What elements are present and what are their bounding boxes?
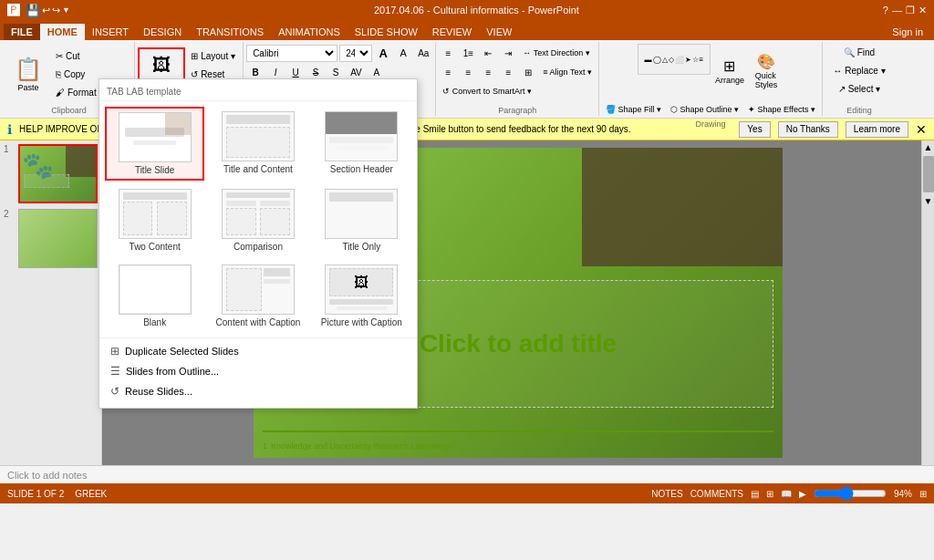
slideshow-btn[interactable]: ▶ (799, 489, 806, 499)
align-right-btn[interactable]: ≡ (479, 63, 497, 81)
paragraph-group-label: Paragraph (439, 105, 596, 116)
scroll-up-btn[interactable]: ▲ (922, 140, 934, 154)
layout-picture-caption[interactable]: 🖼 Picture with Caption (312, 260, 411, 332)
tab-design[interactable]: DESIGN (136, 24, 189, 40)
layout-two-content[interactable]: Two Content (105, 184, 204, 256)
learn-more-button[interactable]: Learn more (846, 121, 908, 138)
text-direction-btn[interactable]: ↔ Text Direction ▾ (519, 44, 593, 62)
align-center-btn[interactable]: ≡ (459, 63, 477, 81)
tab-insert[interactable]: INSERT (85, 24, 136, 40)
tab-file[interactable]: FILE (4, 24, 40, 40)
increase-indent-btn[interactable]: ⇥ (499, 44, 517, 62)
redo-quick-btn[interactable]: ↪ (52, 5, 60, 16)
dropdown-header: TAB LAB template (99, 83, 417, 101)
slide-2-thumb[interactable]: 2 (4, 209, 98, 268)
slide-2-preview[interactable] (18, 209, 98, 268)
normal-view-btn[interactable]: ▤ (751, 489, 759, 499)
layout-section-header[interactable]: Section Header (312, 107, 411, 181)
replace-icon: ↔ (833, 66, 842, 76)
shape-outline-btn[interactable]: ⬡ Shape Outline ▾ (667, 100, 742, 119)
duplicate-label: Duplicate Selected Slides (125, 346, 239, 357)
cut-button[interactable]: ✂ Cut (52, 47, 131, 65)
qa-customize-btn[interactable]: ▼ (62, 5, 70, 15)
tab-home[interactable]: HOME (40, 24, 85, 40)
notes-placeholder[interactable]: Click to add notes (7, 470, 87, 481)
help-btn[interactable]: ? (883, 5, 888, 16)
shapes-gallery[interactable]: ▬◯△◇ ⬜➤☆≡ (638, 44, 711, 75)
font-increase-btn[interactable]: A (374, 44, 392, 62)
layout-comparison[interactable]: Comparison (208, 184, 307, 256)
bullet-list-btn[interactable]: ≡ (439, 44, 457, 62)
font-family-select[interactable]: Calibri (246, 45, 337, 62)
align-left-btn[interactable]: ≡ (439, 63, 457, 81)
shape-effects-btn[interactable]: ✦ Shape Effects ▾ (744, 100, 819, 119)
layout-title-only[interactable]: Title Only (312, 184, 411, 256)
slide-1-preview[interactable]: 🐾 (18, 144, 98, 203)
find-button[interactable]: 🔍 Find (840, 44, 878, 61)
layout-blank-label: Blank (143, 317, 166, 327)
info-close-button[interactable]: ✕ (916, 122, 927, 137)
font-decrease-btn[interactable]: A (394, 44, 412, 62)
tab-animations[interactable]: ANIMATIONS (271, 24, 348, 40)
select-icon: ↗ (838, 84, 846, 94)
layout-button[interactable]: ⊞ Layout ▾ (187, 47, 240, 65)
outline-label: Slides from Outline... (126, 366, 219, 377)
app-icon: 🅿 (7, 3, 20, 17)
slide-info: SLIDE 1 OF 2 (7, 489, 64, 499)
layout-blank-thumb (119, 264, 192, 315)
font-size-select[interactable]: 24 (339, 45, 372, 62)
paste-button[interactable]: 📋 Paste (6, 47, 50, 102)
footer-text: Knowledge and Uncertainty Research Labor… (271, 441, 451, 451)
layout-title-slide-label: Title Slide (135, 165, 175, 175)
slide-sorter-btn[interactable]: ⊞ (766, 489, 773, 499)
close-btn[interactable]: ✕ (918, 5, 927, 16)
scroll-thumb[interactable] (923, 156, 934, 192)
layout-section-header-label: Section Header (330, 164, 393, 174)
language-label: GREEK (75, 489, 107, 499)
layout-content-caption[interactable]: Content with Caption (208, 260, 307, 332)
reuse-slides-action[interactable]: ↺ Reuse Slides... (107, 382, 410, 400)
restore-btn[interactable]: ❐ (906, 5, 915, 16)
slide-1-thumb[interactable]: 1 🐾 (4, 144, 98, 203)
slides-from-outline-action[interactable]: ☰ Slides from Outline... (107, 362, 410, 380)
duplicate-slides-action[interactable]: ⊞ Duplicate Selected Slides (107, 342, 410, 360)
duplicate-icon: ⊞ (110, 345, 119, 358)
decrease-indent-btn[interactable]: ⇤ (479, 44, 497, 62)
notes-bar[interactable]: Click to add notes (0, 465, 934, 483)
fit-to-window-btn[interactable]: ⊞ (919, 489, 927, 499)
arrange-icon: ⊞ (723, 57, 735, 75)
right-scrollbar[interactable]: ▲ ▼ (921, 140, 934, 465)
signin-btn[interactable]: Sign in (885, 24, 930, 40)
new-slide-dropdown: TAB LAB template Title Slide Title and C… (99, 78, 418, 409)
quick-styles-button[interactable]: 🎨 QuickStyles (749, 44, 784, 99)
font-clear-btn[interactable]: Aa (414, 44, 432, 62)
minimize-btn[interactable]: — (892, 5, 902, 16)
scroll-down-btn[interactable]: ▼ (922, 194, 934, 208)
shape-fill-btn[interactable]: 🪣 Shape Fill ▾ (602, 100, 665, 119)
replace-button[interactable]: ↔ Replace ▾ (829, 62, 888, 79)
columns-btn[interactable]: ⊞ (519, 63, 537, 81)
layout-title-slide[interactable]: Title Slide (105, 107, 204, 181)
undo-quick-btn[interactable]: ↩ (42, 5, 50, 16)
save-quick-btn[interactable]: 💾 (26, 4, 40, 17)
status-bar: SLIDE 1 OF 2 GREEK NOTES COMMENTS ▤ ⊞ 📖 … (0, 483, 934, 503)
tab-view[interactable]: VIEW (479, 24, 519, 40)
notes-toggle-btn[interactable]: NOTES (651, 489, 682, 499)
reading-view-btn[interactable]: 📖 (781, 489, 792, 499)
layout-title-content[interactable]: Title and Content (208, 107, 307, 181)
align-text-btn[interactable]: ≡ Align Text ▾ (539, 63, 596, 81)
zoom-slider[interactable] (814, 487, 887, 500)
justify-btn[interactable]: ≡ (499, 63, 517, 81)
arrange-button[interactable]: ⊞ Arrange (712, 44, 747, 99)
comments-btn[interactable]: COMMENTS (690, 489, 743, 499)
click-to-add-title[interactable]: Click to add title (420, 329, 617, 358)
tab-slideshow[interactable]: SLIDE SHOW (348, 24, 425, 40)
convert-smartart-btn[interactable]: ↺ Convert to SmartArt ▾ (439, 82, 535, 100)
tab-review[interactable]: REVIEW (425, 24, 479, 40)
tab-transitions[interactable]: TRANSITIONS (189, 24, 271, 40)
layout-blank[interactable]: Blank (105, 260, 204, 332)
select-button[interactable]: ↗ Select ▾ (835, 80, 885, 98)
window-title: 2017.04.06 - Cultural informatics - Powe… (374, 5, 579, 16)
layout-title-only-label: Title Only (342, 242, 380, 252)
numbered-list-btn[interactable]: 1≡ (459, 44, 477, 62)
